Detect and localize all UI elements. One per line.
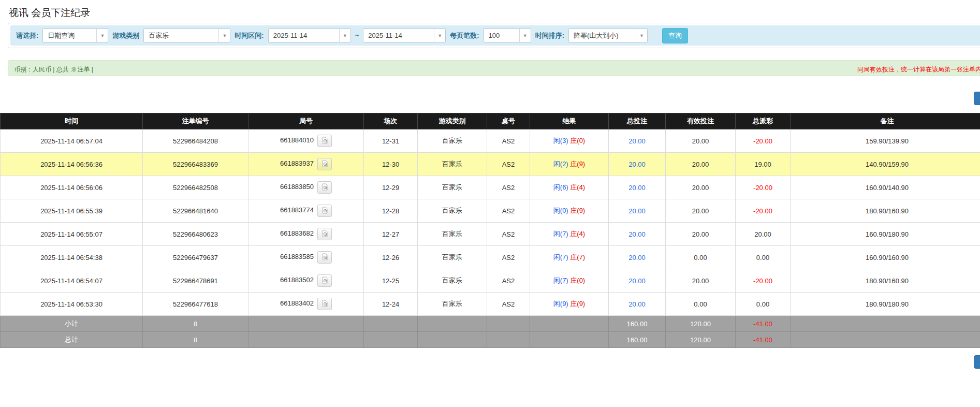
subtotal-total-bet: 160.00	[609, 316, 666, 332]
cell-total-bet-link[interactable]: 20.00	[609, 153, 666, 176]
video-replay-button[interactable]	[317, 205, 332, 217]
cell-game-type: 百家乐	[418, 153, 487, 176]
cell-total-bet-link[interactable]: 20.00	[609, 223, 666, 246]
date-to-select[interactable]: 2025-11-14 ▼	[363, 28, 446, 42]
cell-total-bet-link[interactable]: 20.00	[609, 246, 666, 269]
result-banker: 庄(0)	[570, 137, 585, 144]
cell-game-type: 百家乐	[418, 129, 487, 153]
filter-panel: 请选择: 日期查询 ▼ 游戏类别 百家乐 ▼ 时间区间: 2025-11-14 …	[8, 23, 980, 48]
cell-bet-id: 522966484208	[143, 129, 248, 153]
cell-time: 2025-11-14 06:55:39	[1, 199, 143, 223]
cell-total-bet-link[interactable]: 20.00	[609, 129, 666, 153]
cell-round-id: 661884010	[248, 129, 364, 153]
cell-table-no: AS2	[487, 153, 530, 176]
chevron-down-icon: ▼	[519, 29, 531, 42]
cell-total-bet-link[interactable]: 20.00	[609, 293, 666, 316]
cell-table-no: AS2	[487, 269, 530, 293]
result-player: 闲(0)	[553, 207, 568, 214]
table-row: 2025-11-14 06:54:07522966478691661883502…	[1, 269, 980, 293]
query-type-select[interactable]: 日期查询 ▼	[42, 28, 108, 42]
subtotal-empty	[418, 316, 487, 332]
cell-session: 12-26	[364, 246, 418, 269]
cell-session: 12-25	[364, 269, 418, 293]
game-type-label: 游戏类别	[112, 31, 139, 40]
cell-valid-bet: 0.00	[666, 293, 736, 316]
cell-time: 2025-11-14 06:56:06	[1, 176, 143, 199]
film-icon	[321, 230, 328, 239]
total-payout: -41.00	[736, 332, 791, 348]
cell-result: 闲(7) 庄(4)	[530, 223, 609, 246]
total-total-bet: 160.00	[609, 332, 666, 348]
video-replay-button[interactable]	[317, 274, 332, 287]
cell-payout: -20.00	[736, 199, 791, 223]
total-empty	[487, 332, 530, 348]
cell-note: 140.90/159.90	[791, 153, 980, 176]
video-replay-button[interactable]	[317, 158, 332, 170]
cell-valid-bet: 20.00	[666, 199, 736, 223]
film-icon	[321, 137, 328, 146]
cell-note: 160.90/140.90	[791, 176, 980, 199]
result-banker: 庄(9)	[570, 207, 585, 214]
cell-table-no: AS2	[487, 246, 530, 269]
film-icon	[321, 183, 328, 192]
query-button[interactable]: 查询	[662, 28, 688, 43]
cell-session: 12-31	[364, 129, 418, 153]
sort-order-value: 降幂(由大到小)	[569, 31, 636, 40]
cell-bet-id: 522966483369	[143, 153, 248, 176]
cell-total-bet-link[interactable]: 20.00	[609, 269, 666, 293]
column-header-8: 有效投注	[666, 113, 736, 129]
film-icon	[321, 160, 328, 169]
video-replay-button[interactable]	[317, 298, 332, 310]
total-row: 总计8160.00120.00-41.00	[1, 332, 980, 348]
pagination-page-button-bottom[interactable]: 1	[974, 355, 980, 369]
cell-note: 180.90/160.90	[791, 199, 980, 223]
result-banker: 庄(9)	[570, 300, 585, 308]
cell-bet-id: 522966479637	[143, 246, 248, 269]
column-header-4: 游戏类别	[418, 113, 487, 129]
cell-session: 12-27	[364, 223, 418, 246]
cell-table-no: AS2	[487, 223, 530, 246]
cell-round-id: 661883937	[248, 153, 364, 176]
page-size-select[interactable]: 100 ▼	[484, 28, 531, 42]
total-empty	[791, 332, 980, 348]
date-from-select[interactable]: 2025-11-14 ▼	[268, 28, 351, 42]
cell-valid-bet: 20.00	[666, 153, 736, 176]
cell-time: 2025-11-14 06:53:30	[1, 293, 143, 316]
column-header-1: 注单编号	[143, 113, 248, 129]
game-type-select[interactable]: 百家乐 ▼	[143, 28, 230, 42]
date-from-value: 2025-11-14	[269, 32, 339, 39]
column-header-7: 总投注	[609, 113, 666, 129]
cell-round-id: 661883585	[248, 246, 364, 269]
video-replay-button[interactable]	[317, 135, 332, 147]
notice-text: 同局有效投注，统一计算在该局第一张注单内	[857, 65, 980, 74]
subtotal-empty	[487, 316, 530, 332]
cell-session: 12-28	[364, 199, 418, 223]
game-type-value: 百家乐	[144, 31, 218, 40]
cell-total-bet-link[interactable]: 20.00	[609, 199, 666, 223]
cell-game-type: 百家乐	[418, 223, 487, 246]
result-player: 闲(7)	[553, 230, 568, 238]
result-banker: 庄(7)	[570, 253, 585, 261]
chevron-down-icon: ▼	[339, 29, 350, 42]
video-replay-button[interactable]	[317, 228, 332, 240]
column-header-10: 备注	[791, 113, 980, 129]
film-icon	[321, 300, 328, 309]
pagination-page-button-top[interactable]: 1	[974, 92, 980, 105]
total-empty	[530, 332, 609, 348]
cell-total-bet-link[interactable]: 20.00	[609, 176, 666, 199]
result-player: 闲(3)	[553, 137, 568, 144]
select-label: 请选择:	[16, 31, 38, 40]
subtotal-row: 小计8160.00120.00-41.00	[1, 316, 980, 332]
video-replay-button[interactable]	[317, 181, 332, 194]
date-to-value: 2025-11-14	[363, 32, 434, 39]
video-replay-button[interactable]	[317, 251, 332, 264]
cell-game-type: 百家乐	[418, 176, 487, 199]
bet-records-table: 时间注单编号局号场次游戏类别桌号结果总投注有效投注总派彩备注 2025-11-1…	[0, 113, 980, 348]
result-banker: 庄(4)	[570, 230, 585, 238]
cell-time: 2025-11-14 06:54:07	[1, 269, 143, 293]
sort-order-select[interactable]: 降幂(由大到小) ▼	[568, 28, 648, 42]
cell-round-id: 661883774	[248, 199, 364, 223]
cell-game-type: 百家乐	[418, 199, 487, 223]
total-empty	[418, 332, 487, 348]
cell-payout: -20.00	[736, 176, 791, 199]
